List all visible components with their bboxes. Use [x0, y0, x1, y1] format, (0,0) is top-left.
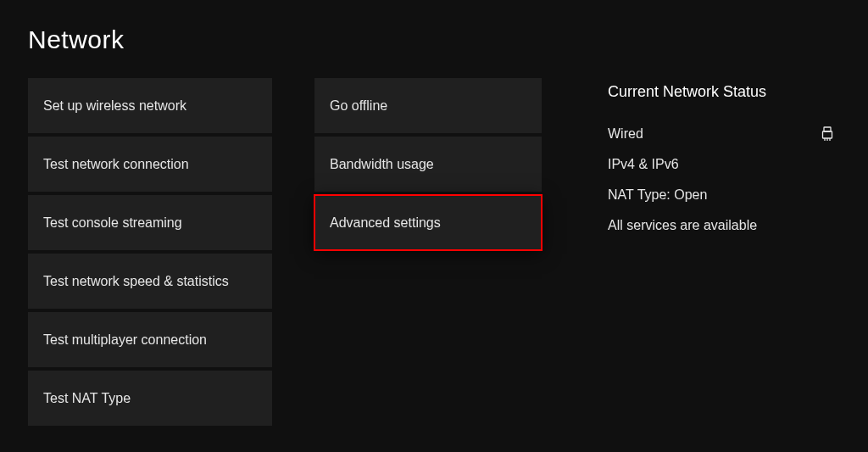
go-offline-button[interactable]: Go offline [314, 78, 542, 133]
test-console-streaming-button[interactable]: Test console streaming [28, 195, 272, 250]
status-heading: Current Network Status [608, 83, 840, 101]
svg-rect-0 [824, 127, 831, 131]
status-panel: Current Network Status Wired IPv4 & IPv6… [584, 78, 840, 429]
status-connection-type: Wired [608, 126, 840, 142]
status-nat-type: NAT Type: Open [608, 187, 840, 203]
status-ip-version: IPv4 & IPv6 [608, 157, 840, 172]
setup-wireless-network-button[interactable]: Set up wireless network [28, 78, 272, 133]
status-services: All services are available [608, 218, 840, 233]
ethernet-icon [821, 126, 833, 142]
menu-column-left: Set up wireless network Test network con… [28, 78, 272, 429]
test-multiplayer-connection-button[interactable]: Test multiplayer connection [28, 312, 272, 367]
menu-column-mid: Go offline Bandwidth usage Advanced sett… [314, 78, 542, 429]
svg-rect-1 [823, 131, 832, 138]
content-area: Set up wireless network Test network con… [0, 54, 868, 429]
advanced-settings-button[interactable]: Advanced settings [314, 195, 542, 250]
test-network-speed-button[interactable]: Test network speed & statistics [28, 254, 272, 309]
page-title: Network [0, 0, 868, 54]
status-connection-type-label: Wired [608, 126, 643, 142]
bandwidth-usage-button[interactable]: Bandwidth usage [314, 137, 542, 192]
test-nat-type-button[interactable]: Test NAT Type [28, 371, 272, 426]
test-network-connection-button[interactable]: Test network connection [28, 137, 272, 192]
